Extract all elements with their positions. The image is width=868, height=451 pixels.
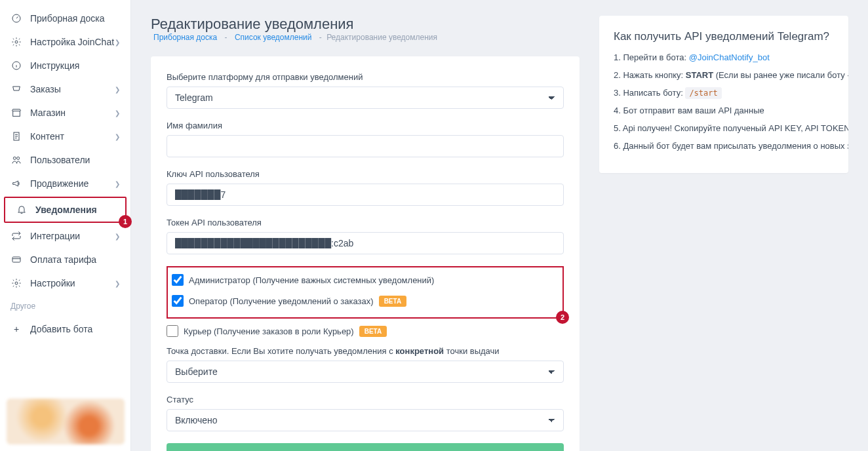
cart-icon	[10, 84, 22, 94]
sidebar-item-label: Уведомления	[35, 205, 97, 215]
sidebar-add-bot[interactable]: + Добавить бота	[0, 317, 130, 341]
sidebar-item-8[interactable]: Уведомления	[5, 198, 125, 222]
help-step-5: 5. Api получен! Скопируйте полученый API…	[614, 123, 834, 133]
svg-point-5	[13, 157, 16, 159]
token-input[interactable]	[167, 232, 564, 254]
sidebar-footer-image	[7, 399, 125, 444]
gear-icon	[10, 278, 22, 288]
help-title: Как получить API уведолмений Telegram?	[614, 30, 834, 43]
chevron-right-icon: ❯	[115, 86, 120, 93]
sidebar-item-9[interactable]: Интеграции❯	[0, 224, 130, 248]
help-card: Как получить API уведолмений Telegram? 1…	[599, 16, 848, 173]
sidebar-item-0[interactable]: Приборная доска	[0, 7, 130, 30]
token-label: Токен API пользователя	[167, 218, 564, 227]
bot-link[interactable]: @JoinChatNotify_bot	[689, 52, 770, 62]
svg-rect-7	[12, 257, 20, 262]
name-input[interactable]	[167, 135, 564, 157]
sidebar-item-1[interactable]: Настройка JoinChat❯	[0, 30, 130, 54]
chevron-right-icon: ❯	[115, 280, 120, 287]
sidebar-item-label: Продвижение	[30, 178, 89, 189]
doc-icon	[10, 131, 22, 142]
svg-point-1	[15, 41, 18, 43]
sidebar-item-label: Оплата тарифа	[30, 254, 96, 265]
admin-checkbox[interactable]	[172, 274, 184, 286]
apikey-label: Ключ API пользователя	[167, 169, 564, 179]
sidebar-item-6[interactable]: Пользователи	[0, 148, 130, 172]
sidebar-item-4[interactable]: Магазин❯	[0, 101, 130, 125]
status-select[interactable]: Включено	[167, 409, 564, 431]
name-label: Имя фамилия	[167, 121, 564, 130]
svg-point-6	[17, 157, 20, 159]
chevron-right-icon: ❯	[115, 233, 120, 240]
delivery-label: Точка доставки. Если Вы хотите получать …	[167, 346, 564, 356]
info-icon	[10, 60, 22, 71]
crumb-current: Редактирование уведомления	[326, 33, 437, 42]
chevron-right-icon: ❯	[115, 109, 120, 117]
card-icon	[10, 254, 22, 265]
operator-checkbox-label: Оператор (Получение уведомлений о заказа…	[189, 296, 374, 306]
chevron-right-icon: ❯	[115, 133, 120, 140]
store-icon	[10, 108, 22, 118]
annotation-badge-2: 2	[556, 311, 569, 324]
sidebar-item-11[interactable]: Настройки❯	[0, 271, 130, 295]
help-step-2: 2. Нажать кнопку: START (Если вы ранее у…	[614, 70, 834, 80]
sidebar-add-bot-label: Добавить бота	[30, 324, 92, 334]
bell-icon	[16, 205, 28, 215]
form-card: Выберите платформу для отправки уведолме…	[151, 56, 580, 451]
courier-checkbox[interactable]	[167, 325, 178, 337]
bullhorn-icon	[10, 178, 22, 189]
sidebar-item-2[interactable]: Инструкция	[0, 54, 130, 77]
courier-checkbox-label: Курьер (Получение заказов в роли Курьер)	[184, 326, 354, 336]
svg-rect-3	[13, 111, 20, 116]
roles-highlight-box: Администратор (Получение важных системны…	[167, 266, 564, 319]
sidebar-section-other: Другое	[0, 295, 130, 317]
sidebar-item-3[interactable]: Заказы❯	[0, 77, 130, 101]
breadcrumb: Приборная доска - Список уведомлений - Р…	[151, 33, 437, 42]
gauge-icon	[10, 13, 22, 24]
sidebar-item-label: Настройки	[30, 278, 75, 288]
help-step-1: 1. Перейти в бота: @JoinChatNotify_bot	[614, 52, 834, 62]
platform-label: Выберите платформу для отправки уведолме…	[167, 72, 564, 82]
beta-badge: BETA	[379, 296, 406, 307]
sidebar-item-label: Настройка JoinChat	[30, 37, 114, 47]
sidebar-item-label: Заказы	[30, 84, 61, 94]
sidebar-item-label: Инструкция	[30, 60, 79, 71]
help-step-3: 3. Написать боту: /start	[614, 88, 834, 98]
admin-checkbox-label: Администратор (Получение важных системны…	[189, 275, 434, 285]
save-button[interactable]: Сохранить 3	[167, 443, 564, 451]
sidebar-item-5[interactable]: Контент❯	[0, 125, 130, 148]
page-title: Редактирование уведомления	[151, 16, 354, 33]
sidebar-item-label: Интеграции	[30, 231, 80, 241]
gear-icon	[10, 37, 22, 47]
sidebar-item-label: Приборная доска	[30, 13, 104, 24]
svg-point-8	[15, 282, 18, 284]
apikey-input[interactable]	[167, 184, 564, 206]
plus-icon: +	[10, 324, 22, 334]
beta-badge-2: BETA	[359, 326, 387, 337]
platform-select[interactable]: Telegram	[167, 87, 564, 109]
sidebar-item-label: Магазин	[30, 108, 66, 118]
sidebar-item-label: Контент	[30, 131, 64, 142]
chevron-right-icon: ❯	[115, 39, 120, 46]
delivery-select[interactable]: Выберите	[167, 361, 564, 383]
help-step-4: 4. Бот отправит вам ваши API данные	[614, 106, 834, 115]
users-icon	[10, 155, 22, 165]
sidebar-highlight: Уведомления1	[4, 197, 127, 223]
status-label: Статус	[167, 395, 564, 404]
sidebar-item-10[interactable]: Оплата тарифа	[0, 248, 130, 271]
sidebar: Приборная доскаНастройка JoinChat❯Инстру…	[0, 0, 131, 451]
sidebar-item-7[interactable]: Продвижение❯	[0, 172, 130, 195]
help-step-6: 6. Данный бот будет вам присылать уведол…	[614, 141, 834, 151]
chevron-right-icon: ❯	[115, 180, 120, 187]
loop-icon	[10, 231, 22, 241]
sidebar-item-label: Пользователи	[30, 155, 90, 165]
crumb-dashboard[interactable]: Приборная доска	[153, 33, 217, 42]
crumb-notification-list[interactable]: Список уведомлений	[235, 33, 312, 42]
operator-checkbox[interactable]	[172, 295, 184, 307]
